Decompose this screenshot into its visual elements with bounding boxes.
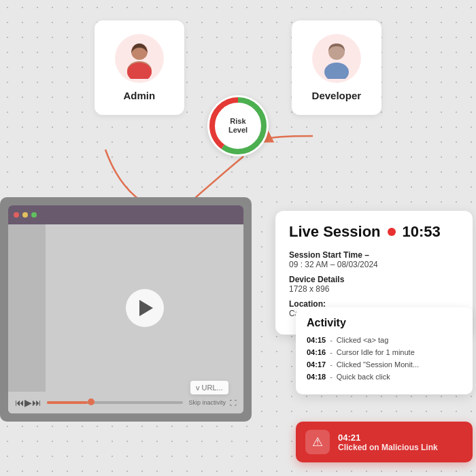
dot-yellow — [22, 212, 28, 218]
warning-icon: ⚠ — [312, 435, 323, 449]
activity-time-3: 04:17 — [307, 360, 326, 369]
laptop-content — [8, 224, 243, 392]
dot-red — [14, 212, 19, 218]
progress-dot — [88, 398, 95, 405]
device-value: 1728 x 896 — [289, 284, 459, 294]
device-label: Device Details — [289, 275, 459, 284]
laptop-section: ⏮ ▶ ⏭ Skip inactivity ⛶ — [0, 197, 286, 456]
admin-avatar — [115, 34, 164, 83]
activity-desc-3: Clicked "Session Monit... — [337, 360, 462, 369]
top-section: Admin Risk Level — [0, 20, 476, 115]
activity-row-1: 04:15 - Clicked <a> tag — [307, 336, 462, 344]
developer-card: Developer — [292, 20, 382, 115]
laptop-main — [46, 224, 243, 392]
live-indicator — [388, 228, 396, 236]
laptop-topbar — [8, 205, 243, 224]
session-start-field: Session Start Time – 09 : 32 AM – 08/03/… — [289, 250, 459, 269]
forward-icon[interactable]: ⏭ — [32, 397, 41, 408]
device-field: Device Details 1728 x 896 — [289, 275, 459, 294]
risk-label: Risk Level — [228, 117, 248, 135]
dot-green — [31, 212, 37, 218]
risk-circle: Risk Level — [207, 95, 269, 156]
laptop-sidebar — [8, 224, 46, 392]
activity-panel: Activity 04:15 - Clicked <a> tag 04:16 -… — [296, 307, 473, 394]
admin-card: Admin — [95, 20, 184, 115]
svg-point-7 — [324, 63, 349, 79]
laptop-controls: ⏮ ▶ ⏭ Skip inactivity ⛶ — [8, 392, 243, 413]
admin-label: Admin — [124, 90, 156, 101]
rewind-icon[interactable]: ⏮ — [15, 397, 24, 408]
developer-avatar — [312, 34, 361, 83]
play-pause-icon[interactable]: ▶ — [24, 397, 32, 408]
session-start-label: Session Start Time – — [289, 250, 459, 260]
alert-icon-wrap: ⚠ — [305, 430, 330, 454]
url-hint: v URL... — [190, 381, 228, 394]
progress-fill — [47, 401, 88, 404]
session-start-value: 09 : 32 AM – 08/03/2024 — [289, 260, 459, 269]
activity-time-4: 04:18 — [307, 373, 326, 381]
alert-banner: ⚠ 04:21 Clicked on Malicious Link — [296, 422, 473, 462]
progress-bar[interactable] — [47, 401, 183, 404]
activity-desc-4: Quick back click — [337, 373, 462, 381]
activity-desc-1: Clicked <a> tag — [337, 336, 462, 344]
activity-row-2: 04:16 - Cursor Idle for 1 minute — [307, 348, 462, 356]
activity-time-1: 04:15 — [307, 336, 326, 344]
activity-row-3: 04:17 - Clicked "Session Monit... — [307, 360, 462, 369]
live-time: 10:53 — [403, 223, 441, 241]
live-session-title: Live Session — [289, 223, 381, 241]
alert-time: 04:21 — [338, 432, 438, 443]
activity-title: Activity — [307, 317, 462, 329]
play-icon — [139, 300, 153, 316]
activity-time-2: 04:16 — [307, 348, 326, 356]
alert-text: 04:21 Clicked on Malicious Link — [338, 432, 438, 452]
play-button[interactable] — [126, 289, 164, 327]
developer-label: Developer — [312, 90, 362, 101]
live-session-header: Live Session 10:53 — [289, 223, 459, 241]
fullscreen-icon[interactable]: ⛶ — [230, 399, 237, 407]
alert-desc: Clicked on Malicious Link — [338, 443, 438, 452]
skip-text[interactable]: Skip inactivity — [188, 399, 226, 406]
activity-desc-2: Cursor Idle for 1 minute — [337, 348, 462, 356]
activity-row-4: 04:18 - Quick back click — [307, 373, 462, 381]
risk-container: Risk Level — [207, 95, 269, 156]
